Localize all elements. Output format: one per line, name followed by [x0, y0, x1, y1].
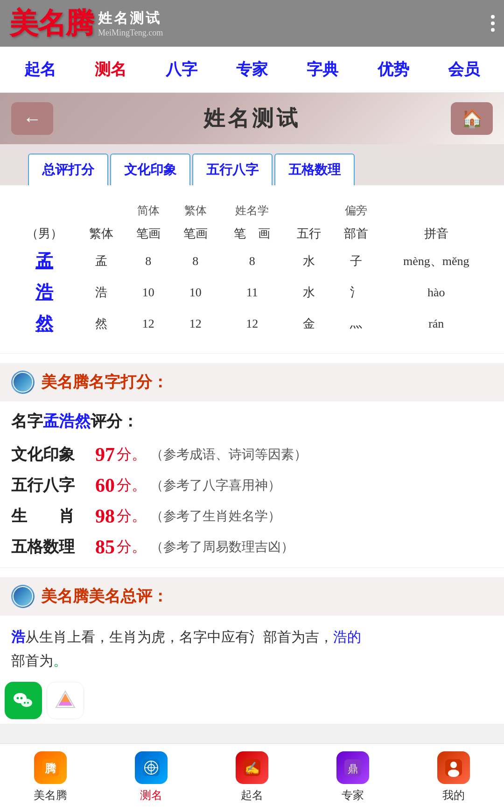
nav-item-ceming[interactable]: 测名 [90, 57, 131, 82]
bottom-icon-mmt: 腾 [34, 751, 67, 784]
wechat-icon[interactable] [5, 682, 42, 719]
bushou-ran: 灬 [332, 308, 379, 339]
divider2 [0, 567, 504, 568]
svg-text:腾: 腾 [44, 763, 56, 775]
col-jianti: 简体 [125, 199, 172, 222]
pinyin-meng: mèng、měng [380, 245, 493, 277]
tab-wuge[interactable]: 五格数理 [274, 154, 355, 185]
floating-icons [5, 682, 84, 719]
svg-text:鼎: 鼎 [348, 763, 358, 775]
nav-item-zidian[interactable]: 字典 [302, 57, 343, 82]
wuxing-hao: 水 [285, 277, 332, 308]
bottom-icon-qiming: ✍ [236, 751, 268, 784]
nav-item-bazi[interactable]: 八字 [161, 57, 202, 82]
svg-point-24 [448, 770, 459, 777]
main-nav: 起名 测名 八字 专家 字典 优势 会员 [0, 47, 504, 93]
bottom-icon-me [437, 751, 470, 784]
stroke-meng-2: 8 [172, 245, 219, 277]
char-link-meng[interactable]: 孟 [35, 251, 53, 271]
qiming-icon-svg: ✍ [242, 757, 262, 778]
bottom-nav-me[interactable]: 我的 [403, 751, 504, 803]
summary-text: 浩从生肖上看，生肖为虎，名字中应有氵部首为吉，浩的 部首为。 [11, 625, 493, 672]
score-val-wenhua: 97 [95, 443, 115, 466]
bottom-nav-qiming[interactable]: ✍ 起名 [202, 751, 302, 803]
svg-point-4 [24, 702, 26, 704]
score-section-title: 美名腾名字打分： [41, 371, 168, 393]
score-unit-shengxiao: 分。 [117, 506, 147, 526]
score-cat-wuxing: 五行八字 [11, 475, 95, 496]
svg-point-23 [450, 762, 457, 768]
score-desc-shengxiao: （参考了生肖姓名学） [150, 507, 281, 525]
tab-section: 总评打分 文化印象 五行八字 五格数理 [0, 144, 504, 185]
tab-wenhua[interactable]: 文化印象 [110, 154, 190, 185]
score-item-shengxiao: 生 肖 98 分。 （参考了生肖姓名学） [11, 505, 493, 527]
nav-item-youshi[interactable]: 优势 [373, 57, 414, 82]
char-trad-hao: 浩 [77, 277, 125, 308]
summary-section-header: 美名腾美名总评： [0, 577, 504, 616]
globe-icon [11, 371, 35, 394]
name-highlight: 孟浩然 [43, 413, 91, 430]
label-bihua3: 笔 画 [219, 222, 285, 245]
back-button[interactable]: ← [11, 102, 53, 135]
stroke-meng-3: 8 [219, 245, 285, 277]
tab-wuxing[interactable]: 五行八字 [192, 154, 273, 185]
stroke-hao-1: 10 [125, 277, 172, 308]
char-link-ran[interactable]: 然 [35, 314, 53, 333]
bottom-nav-mmt[interactable]: 腾 美名腾 [0, 751, 101, 803]
summary-highlight-green: 。 [53, 653, 67, 668]
score-item-wuxing: 五行八字 60 分。 （参考了八字喜用神） [11, 474, 493, 497]
table-row: 然 然 12 12 12 金 灬 rán [11, 308, 493, 339]
col-empty4 [380, 199, 493, 222]
svg-marker-10 [58, 702, 72, 706]
nav-item-qiming[interactable]: 起名 [20, 57, 61, 82]
logo-area: 美名腾 姓名测试 MeiMingTeng.com [9, 4, 163, 43]
bottom-nav-ceming[interactable]: 测名 [101, 751, 202, 803]
nav-item-huiyuan[interactable]: 会员 [443, 57, 484, 82]
home-icon: 🏠 [461, 108, 483, 129]
char-trad-meng: 孟 [77, 245, 125, 277]
score-desc-wenhua: （参考成语、诗词等因素） [150, 446, 307, 463]
col-xingmingxue: 姓名学 [219, 199, 285, 222]
svg-point-2 [21, 697, 23, 700]
bushou-meng: 子 [332, 245, 379, 277]
svg-point-3 [21, 699, 32, 707]
tab-zoneping[interactable]: 总评打分 [28, 154, 108, 185]
pinyin-hao: hào [380, 277, 493, 308]
prism-svg [54, 689, 77, 712]
pinyin-ran: rán [380, 308, 493, 339]
stroke-ran-1: 12 [125, 308, 172, 339]
score-desc-wuxing: （参考了八字喜用神） [150, 476, 281, 494]
summary-text-body: 从生肖上看，生肖为虎，名字中应有氵部首为吉， [25, 629, 333, 644]
score-cat-wuge: 五格数理 [11, 536, 95, 558]
more-menu-icon[interactable] [491, 15, 495, 32]
svg-point-1 [17, 697, 19, 700]
score-cat-shengxiao: 生 肖 [11, 505, 95, 527]
camera-prism-icon[interactable] [47, 682, 84, 719]
stroke-ran-2: 12 [172, 308, 219, 339]
globe-inner-2 [13, 586, 33, 607]
me-icon-svg [443, 757, 464, 778]
stroke-hao-3: 11 [219, 277, 285, 308]
score-unit-wenhua: 分。 [117, 444, 147, 465]
expert-icon-svg: 鼎 [343, 757, 363, 778]
bottom-nav-expert[interactable]: 鼎 专家 [302, 751, 403, 803]
label-wuxing: 五行 [285, 222, 332, 245]
table-header-row2: （男） 繁体 笔画 笔画 笔 画 五行 部首 拼音 [11, 222, 493, 245]
bottom-label-me: 我的 [442, 788, 465, 803]
page-title: 姓名测试 [203, 104, 301, 133]
col-fanti: 繁体 [172, 199, 219, 222]
char-link-hao[interactable]: 浩 [35, 282, 53, 302]
bottom-nav: 腾 美名腾 测名 ✍ 起名 鼎 [0, 743, 504, 812]
nav-item-zhuanjia[interactable]: 专家 [231, 57, 273, 82]
bushou-hao: 氵 [332, 277, 379, 308]
back-arrow-icon: ← [23, 108, 42, 130]
col-pianpang: 偏旁 [332, 199, 379, 222]
home-button[interactable]: 🏠 [451, 102, 493, 135]
score-val-wuxing: 60 [95, 474, 115, 497]
table-row: 浩 浩 10 10 11 水 氵 hào [11, 277, 493, 308]
wechat-svg [12, 689, 35, 712]
bottom-label-ceming: 测名 [140, 788, 162, 803]
col-empty2 [77, 199, 125, 222]
label-nan: （男） [11, 222, 77, 245]
table-row: 孟 孟 8 8 8 水 子 mèng、měng [11, 245, 493, 277]
